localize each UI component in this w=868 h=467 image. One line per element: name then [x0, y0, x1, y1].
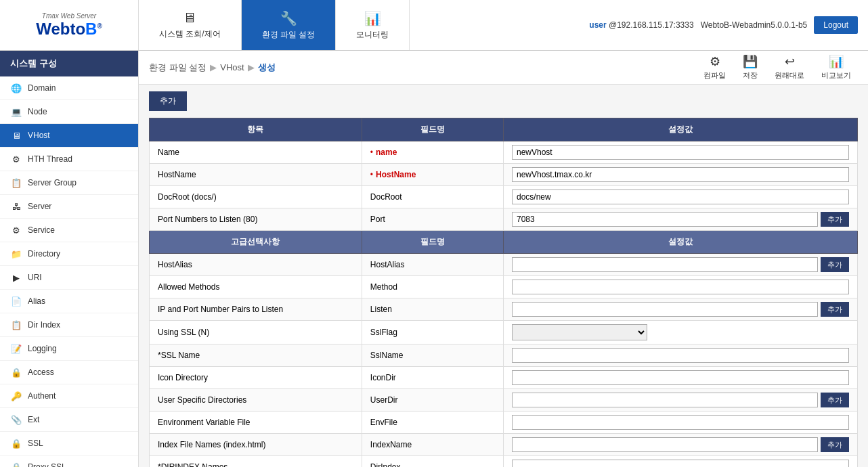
sidebar-item-proxy-ssl[interactable]: 🔒 Proxy SSL: [0, 455, 138, 467]
nav-system-label: 시스템 조회/제어: [159, 28, 221, 40]
sslflag-select[interactable]: Y N: [512, 324, 647, 340]
hostname-field-link[interactable]: HostName: [376, 170, 416, 179]
save-button[interactable]: 💾 저장: [736, 51, 764, 84]
compile-button[interactable]: ⚙ 컴파일: [697, 51, 733, 84]
advanced-header-row: 고급선택사항 필드명 설정값: [150, 231, 858, 254]
sidebar-vhost-label: VHost: [28, 131, 50, 140]
sidebar-item-directory[interactable]: 📁 Directory: [0, 242, 138, 266]
col-header-item: 항목: [150, 118, 362, 141]
method-input[interactable]: [512, 280, 849, 294]
row-hostname-item: HostName: [150, 164, 362, 186]
sidebar-proxy-ssl-label: Proxy SSL: [28, 462, 66, 467]
listen-add-button[interactable]: 추가: [821, 302, 849, 317]
sidebar-item-server[interactable]: 🖧 Server: [0, 195, 138, 219]
sidebar-item-uri[interactable]: ▶ URI: [0, 266, 138, 290]
logout-button[interactable]: Logout: [814, 16, 858, 34]
table-row: HostAlias HostAlias 추가: [150, 254, 858, 276]
row-method-value: [503, 276, 857, 298]
port-input[interactable]: [512, 212, 818, 227]
nav-monitor-label: 모니터링: [356, 29, 389, 41]
user-address: @192.168.115.17:3333: [609, 20, 694, 30]
row-docroot-field: DocRoot: [362, 186, 503, 208]
nav-config[interactable]: 🔧 환경 파일 설정: [242, 0, 337, 50]
config-table: 항목 필드명 설정값 Name •name HostName •HostName: [149, 118, 858, 467]
listen-input[interactable]: [512, 302, 818, 317]
user-display: user @192.168.115.17:3333 WebtoB-Webadmi…: [589, 20, 807, 30]
hostname-input[interactable]: [512, 167, 849, 182]
sslname-input[interactable]: [512, 348, 849, 363]
sidebar-item-domain[interactable]: 🌐 Domain: [0, 76, 138, 100]
row-name-item: Name: [150, 141, 362, 164]
userdir-add-button[interactable]: 추가: [821, 393, 849, 407]
compare-button[interactable]: 📊 비교보기: [815, 51, 858, 84]
row-docroot-value: [503, 186, 857, 208]
row-indexname-value: 추가: [503, 434, 857, 456]
row-listen-item: IP and Port Number Pairs to Listen: [150, 298, 362, 321]
sidebar-dir-index-label: Dir Index: [28, 320, 60, 330]
server-group-icon: 📋: [10, 177, 22, 189]
nav-system[interactable]: 🖥 시스템 조회/제어: [139, 0, 242, 50]
icondir-input[interactable]: [512, 370, 849, 385]
config-icon: 🔧: [280, 10, 297, 26]
name-field-link[interactable]: name: [376, 148, 397, 157]
table-row: IP and Port Number Pairs to Listen Liste…: [150, 298, 858, 321]
username: user: [589, 20, 606, 30]
sidebar-item-server-group[interactable]: 📋 Server Group: [0, 171, 138, 195]
row-indexname-field: IndexName: [362, 434, 503, 456]
breadcrumb-parent: VHost: [220, 62, 244, 72]
row-method-item: Allowed Methods: [150, 276, 362, 298]
table-row: Name •name: [150, 141, 858, 164]
hostalias-input[interactable]: [512, 257, 818, 272]
docroot-input[interactable]: [512, 190, 849, 204]
sidebar-item-service[interactable]: ⚙ Service: [0, 219, 138, 242]
row-userdir-field: UserDir: [362, 389, 503, 412]
indexname-add-button[interactable]: 추가: [821, 437, 849, 452]
advanced-header-col1: 고급선택사항: [150, 231, 362, 254]
form-area: 추가 항목 필드명 설정값 Name •name: [139, 85, 868, 467]
system-icon: 🖥: [183, 10, 196, 26]
row-port-item: Port Numbers to Listen (80): [150, 208, 362, 231]
sidebar-item-ext[interactable]: 📎 Ext: [0, 408, 138, 432]
hostalias-add-button[interactable]: 추가: [821, 257, 849, 272]
authent-icon: 🔑: [10, 390, 22, 402]
sidebar-item-dir-index[interactable]: 📋 Dir Index: [0, 313, 138, 337]
advanced-header-col3: 설정값: [503, 231, 857, 254]
row-name-value: [503, 141, 857, 164]
add-button[interactable]: 추가: [149, 91, 187, 111]
name-input[interactable]: [512, 145, 849, 160]
dirindex-input[interactable]: [512, 460, 849, 467]
monitor-icon: 📊: [364, 10, 381, 26]
nav-monitor[interactable]: 📊 모니터링: [336, 0, 410, 50]
restore-button[interactable]: ↩ 원래대로: [768, 51, 811, 84]
sidebar: 시스템 구성 🌐 Domain 💻 Node 🖥 VHost ⚙ HTH Thr…: [0, 51, 139, 467]
sidebar-node-label: Node: [28, 107, 47, 116]
row-dirindex-field: DirIndex: [362, 456, 503, 468]
sidebar-item-ssl[interactable]: 🔒 SSL: [0, 432, 138, 455]
sidebar-item-vhost[interactable]: 🖥 VHost: [0, 124, 138, 148]
port-add-button[interactable]: 추가: [821, 212, 849, 227]
breadcrumb-sep1: ▶: [210, 62, 217, 72]
sidebar-server-label: Server: [28, 202, 51, 211]
sidebar-item-hth-thread[interactable]: ⚙ HTH Thread: [0, 148, 138, 171]
breadcrumb-bar: 환경 파일 설정 ▶ VHost ▶ 생성 ⚙ 컴파일 💾 저장 ↩ 원래대로: [139, 51, 868, 85]
sidebar-item-logging[interactable]: 📝 Logging: [0, 337, 138, 361]
row-listen-value: 추가: [503, 298, 857, 321]
sidebar-item-access[interactable]: 🔒 Access: [0, 361, 138, 384]
row-hostalias-item: HostAlias: [150, 254, 362, 276]
userdir-input[interactable]: [512, 393, 818, 407]
row-port-field: Port: [362, 208, 503, 231]
sidebar-item-alias[interactable]: 📄 Alias: [0, 290, 138, 313]
nav-config-label: 환경 파일 설정: [262, 29, 316, 41]
sidebar-item-authent[interactable]: 🔑 Authent: [0, 384, 138, 408]
row-listen-field: Listen: [362, 298, 503, 321]
envfile-input[interactable]: [512, 415, 849, 430]
sidebar-uri-label: URI: [28, 273, 42, 282]
restore-icon: ↩: [785, 54, 795, 69]
sidebar-item-node[interactable]: 💻 Node: [0, 100, 138, 124]
indexname-input[interactable]: [512, 437, 818, 452]
sidebar-logging-label: Logging: [28, 344, 57, 353]
compile-icon: ⚙: [710, 54, 720, 69]
col-header-value: 설정값: [503, 118, 857, 141]
vhost-icon: 🖥: [10, 129, 22, 141]
compare-label: 비교보기: [821, 70, 851, 81]
